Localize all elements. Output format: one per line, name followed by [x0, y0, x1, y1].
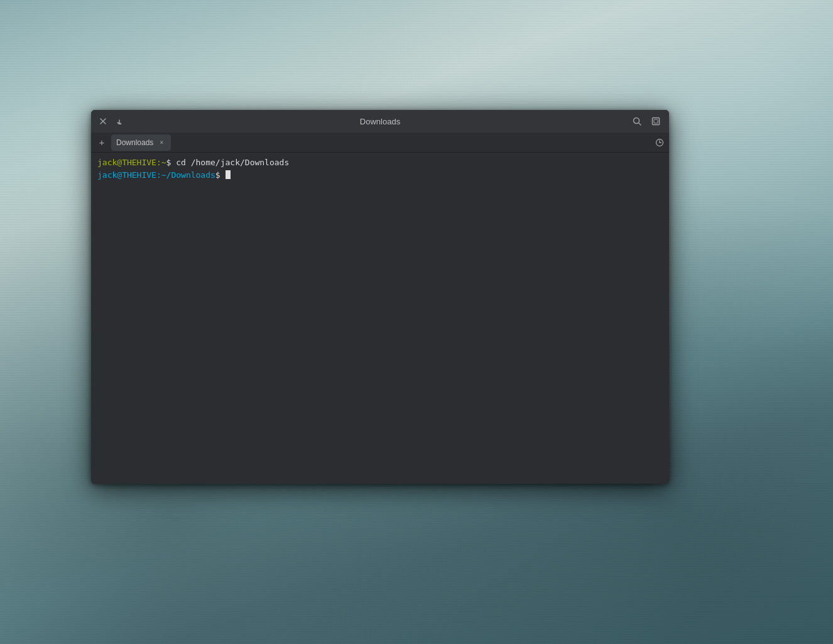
minimize-button[interactable]: [114, 116, 125, 127]
tabbar: + Downloads ×: [91, 133, 669, 153]
maximize-button[interactable]: [649, 114, 663, 128]
terminal-window: Downloads + Downloads ×: [91, 110, 669, 484]
window-title: Downloads: [360, 117, 400, 126]
prompt-user-1: jack@THEHIVE:~: [97, 156, 166, 169]
tab-downloads-label: Downloads: [116, 138, 153, 147]
prompt-cmd-1: cd /home/jack/Downloads: [176, 156, 289, 169]
tab-downloads[interactable]: Downloads ×: [111, 134, 171, 151]
tab-close-button[interactable]: ×: [157, 138, 166, 147]
prompt-user-2: jack@THEHIVE:~/Downloads: [97, 169, 215, 182]
terminal-line-2: jack@THEHIVE:~/Downloads$: [97, 169, 663, 182]
close-button[interactable]: [97, 116, 109, 127]
prompt-symbol-2: $: [215, 169, 226, 182]
svg-rect-7: [654, 119, 658, 123]
terminal-content[interactable]: jack@THEHIVE:~$ cd /home/jack/Downloads …: [91, 153, 669, 484]
tab-history-button[interactable]: [653, 136, 667, 150]
titlebar: Downloads: [91, 110, 669, 133]
prompt-symbol-1: $: [166, 156, 177, 169]
titlebar-left-controls: [97, 116, 125, 127]
svg-rect-6: [653, 118, 660, 125]
titlebar-right-controls: [630, 114, 663, 128]
add-tab-button[interactable]: +: [94, 135, 110, 150]
terminal-line-1: jack@THEHIVE:~$ cd /home/jack/Downloads: [97, 156, 663, 169]
terminal-cursor: [226, 170, 231, 179]
search-button[interactable]: [630, 114, 644, 128]
svg-line-5: [639, 123, 641, 126]
